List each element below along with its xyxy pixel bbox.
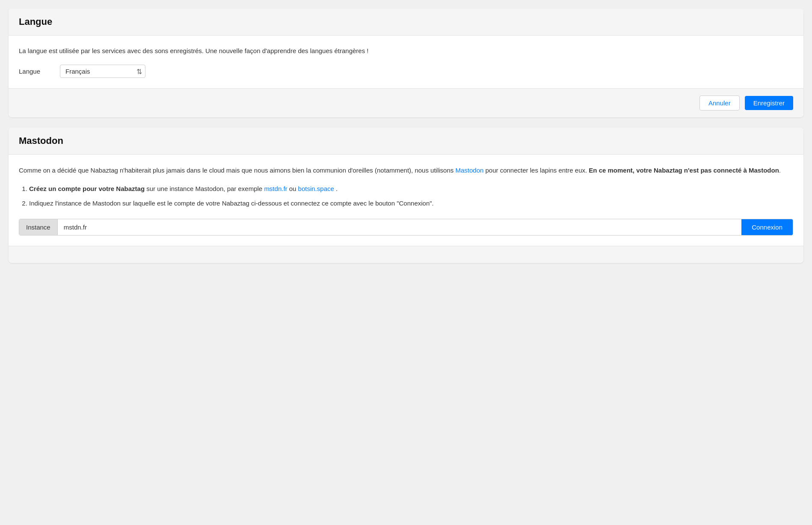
mastodon-card-body: Comme on a décidé que Nabaztag n'habiter… [9,155,803,246]
mastodon-desc-part2: pour connecter les lapins entre eux. [483,167,589,174]
mastodon-step2-text: Indiquez l'instance de Mastodon sur laqu… [29,200,434,207]
mastodon-desc-part1: Comme on a décidé que Nabaztag n'habiter… [19,167,455,174]
langue-form-row: Langue Français English Deutsch Español … [19,65,793,78]
langue-card-header: Langue [9,9,803,36]
connexion-button[interactable]: Connexion [741,219,793,235]
botsin-link[interactable]: botsin.space [298,185,334,192]
mastodon-steps-list: Créez un compte pour votre Nabaztag sur … [29,184,793,209]
langue-description: La langue est utilisée par les services … [19,46,793,56]
mastodon-desc-bold: En ce moment, votre Nabaztag n'est pas c… [589,167,779,174]
mastodon-card: Mastodon Comme on a décidé que Nabaztag … [9,128,803,263]
instance-label: Instance [19,219,58,235]
mastodon-step-2: Indiquez l'instance de Mastodon sur laqu… [29,198,793,209]
mastodon-card-footer [9,246,803,263]
mstdn-link[interactable]: mstdn.fr [264,185,287,192]
annuler-button[interactable]: Annuler [699,95,740,110]
mastodon-desc-end: . [779,167,781,174]
mastodon-description: Comme on a décidé que Nabaztag n'habiter… [19,165,793,176]
enregistrer-button[interactable]: Enregistrer [745,96,793,110]
langue-title: Langue [19,16,793,27]
mastodon-link[interactable]: Mastodon [455,167,483,174]
mastodon-step1-bold: Créez un compte pour votre Nabaztag [29,185,145,192]
langue-select-wrapper: Français English Deutsch Español Italian… [60,65,145,78]
langue-label: Langue [19,68,53,75]
instance-row: Instance Connexion [19,219,793,236]
mastodon-step1-end: . [336,185,338,192]
langue-card-footer: Annuler Enregistrer [9,88,803,117]
mastodon-step1-middle: sur une instance Mastodon, par exemple [146,185,264,192]
langue-select[interactable]: Français English Deutsch Español Italian… [60,65,145,78]
mastodon-step1-between: ou [289,185,298,192]
instance-input[interactable] [58,219,742,235]
mastodon-step-1: Créez un compte pour votre Nabaztag sur … [29,184,793,194]
langue-card: Langue La langue est utilisée par les se… [9,9,803,117]
mastodon-title: Mastodon [19,135,793,146]
mastodon-card-header: Mastodon [9,128,803,155]
langue-card-body: La langue est utilisée par les services … [9,36,803,88]
